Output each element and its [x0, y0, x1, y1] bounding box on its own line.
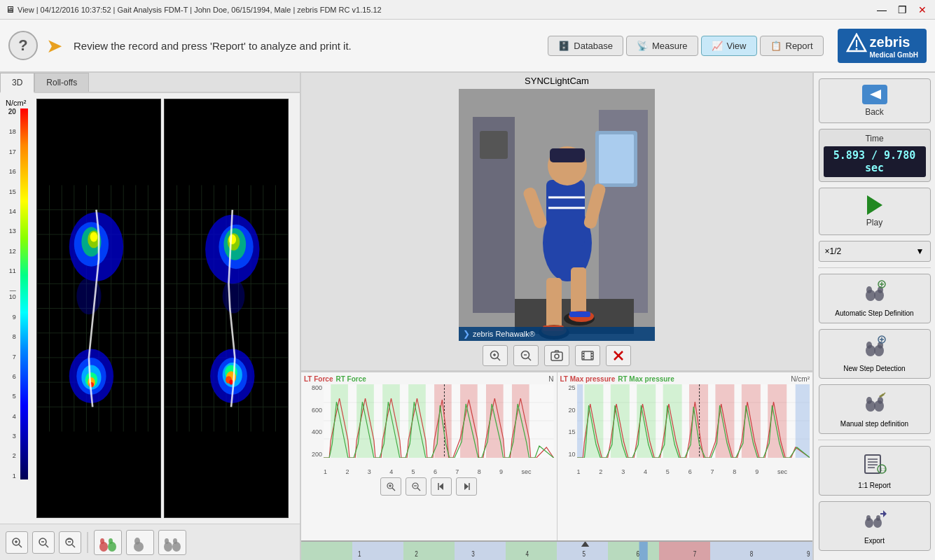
svg-marker-186: [870, 90, 881, 99]
report-button[interactable]: 1:1 1:1 Report: [819, 446, 931, 496]
play-button[interactable]: Play: [819, 188, 931, 235]
back-label: Back: [865, 107, 884, 117]
pressure-x-2: 2: [599, 468, 602, 475]
app-icon: 🖥: [6, 4, 15, 15]
both-feet-button[interactable]: [158, 530, 186, 555]
header-message: Review the record and press 'Report' to …: [74, 40, 539, 52]
colored-feet-button[interactable]: [94, 530, 122, 555]
svg-point-85: [173, 538, 177, 544]
new-step-label: New Step Detection: [843, 365, 905, 372]
color-gradient-bar: [20, 108, 28, 479]
foot-images: [31, 99, 294, 518]
svg-line-111: [497, 358, 500, 360]
svg-point-76: [99, 542, 108, 552]
svg-marker-152: [464, 483, 469, 490]
zoom-in-button[interactable]: [6, 531, 28, 554]
database-label: Database: [574, 41, 613, 51]
force-zoom-out[interactable]: [406, 477, 427, 496]
center-panel: SYNCLightCam: [301, 73, 812, 560]
timeline-svg[interactable]: 1 2 3 4 5 6 7 8 9: [301, 541, 812, 560]
report-nav-icon: 📋: [770, 41, 782, 51]
auto-step-definition-button[interactable]: Automatic Step Definition: [819, 274, 931, 323]
video-delete-button[interactable]: [606, 345, 631, 366]
speed-value: ×1/2: [825, 246, 842, 256]
pressure-chart-svg: [577, 384, 810, 458]
scale-tick-10: —10: [6, 288, 18, 300]
scale-tick-6: 6: [6, 374, 18, 380]
timeline-area[interactable]: 1 2 3 4 5 6 7 8 9: [301, 540, 812, 560]
svg-text:8: 8: [750, 550, 754, 558]
svg-point-57: [229, 234, 237, 244]
video-zoom-in-button[interactable]: [483, 345, 508, 366]
video-brand-text: zebris Rehawalk®: [473, 330, 535, 338]
force-zoom-in[interactable]: [380, 477, 401, 496]
title-text: View | 04/12/2016 10:37:52 | Gait Analys…: [18, 6, 382, 14]
new-step-detection-button[interactable]: New Step Detection: [819, 329, 931, 379]
scale-tick-20: 20: [6, 108, 18, 115]
tab-rolloffs[interactable]: Roll-offs: [34, 73, 89, 92]
svg-marker-150: [439, 483, 443, 490]
force-next[interactable]: [456, 477, 477, 496]
report-icon: 1:1: [862, 452, 887, 479]
logo-area: zebris Medical GmbH: [838, 29, 927, 63]
force-unit: N: [548, 375, 553, 383]
minimize-button[interactable]: —: [874, 4, 889, 15]
zoom-reset-button[interactable]: [59, 531, 81, 554]
pressure-chart-panel: LT Max pressure RT Max pressure N/cm² 25…: [557, 372, 813, 540]
zoom-out-button[interactable]: [32, 531, 55, 554]
force-prev[interactable]: [431, 477, 452, 496]
pressure-x-3: 3: [621, 468, 625, 475]
video-label: SYNCLightCam: [301, 73, 812, 89]
nav-report[interactable]: 📋 Report: [760, 36, 824, 56]
pressure-x-7: 7: [710, 468, 714, 475]
video-brand-overlay: ❯ zebris Rehawalk®: [459, 327, 655, 341]
nav-measure[interactable]: 📡 Measure: [626, 36, 698, 56]
svg-rect-171: [403, 541, 455, 560]
tab-3d[interactable]: 3D: [0, 73, 34, 93]
camera-button[interactable]: [544, 345, 569, 366]
video-zoom-out-button[interactable]: [513, 345, 539, 366]
pressure-x-8: 8: [733, 468, 736, 475]
nav-database[interactable]: 🗄️ Database: [548, 36, 623, 56]
scale-tick-12: 12: [6, 248, 18, 255]
svg-line-67: [19, 545, 22, 547]
force-x-9: 9: [499, 468, 503, 475]
view-icon: 📈: [712, 41, 723, 51]
scale-tick-9: 9: [6, 314, 18, 321]
right-panel: Back Time 5.893 / 9.780 sec Play ×1/2 ▼: [812, 73, 935, 560]
svg-line-144: [392, 488, 395, 491]
nav-view[interactable]: 📈 View: [701, 36, 757, 56]
left-panel: 3D Roll-offs N/cm² 20 18 17 16 15 14 13 …: [0, 73, 301, 560]
svg-rect-138: [434, 384, 452, 458]
svg-text:6: 6: [637, 550, 640, 558]
svg-line-74: [72, 545, 75, 547]
svg-line-115: [528, 358, 531, 360]
back-arrow-icon: [862, 85, 887, 104]
close-button[interactable]: ✕: [915, 4, 929, 15]
right-foot-canvas: [164, 99, 289, 518]
color-scale: N/cm² 20 18 17 16 15 14 13 12 11 —10 9: [6, 99, 28, 518]
svg-point-83: [172, 542, 181, 552]
svg-point-77: [108, 542, 116, 552]
pressure-unit: N/cm²: [791, 375, 810, 383]
svg-rect-90: [480, 131, 508, 159]
force-x-7: 7: [455, 468, 459, 475]
speed-selector[interactable]: ×1/2 ▼: [819, 241, 931, 262]
manual-step-button[interactable]: Manual step definition: [819, 384, 931, 434]
svg-rect-92: [599, 134, 634, 183]
left-foot-button[interactable]: [126, 530, 154, 555]
restore-button[interactable]: ❐: [895, 4, 910, 15]
scale-tick-11: 11: [6, 268, 18, 274]
svg-text:2: 2: [415, 550, 418, 558]
help-button[interactable]: ?: [8, 31, 38, 60]
film-button[interactable]: [575, 345, 600, 366]
svg-text:3: 3: [471, 550, 475, 558]
export-button[interactable]: Export: [819, 501, 931, 551]
auto-step-icon: [862, 280, 887, 307]
back-button[interactable]: Back: [819, 78, 931, 123]
scale-tick-7: 7: [6, 354, 18, 360]
force-x-6: 6: [434, 468, 437, 475]
force-chart-panel: LT Force RT Force N 800 600 400 200: [301, 372, 557, 540]
svg-text:5: 5: [583, 550, 586, 558]
measure-icon: 📡: [637, 41, 648, 51]
